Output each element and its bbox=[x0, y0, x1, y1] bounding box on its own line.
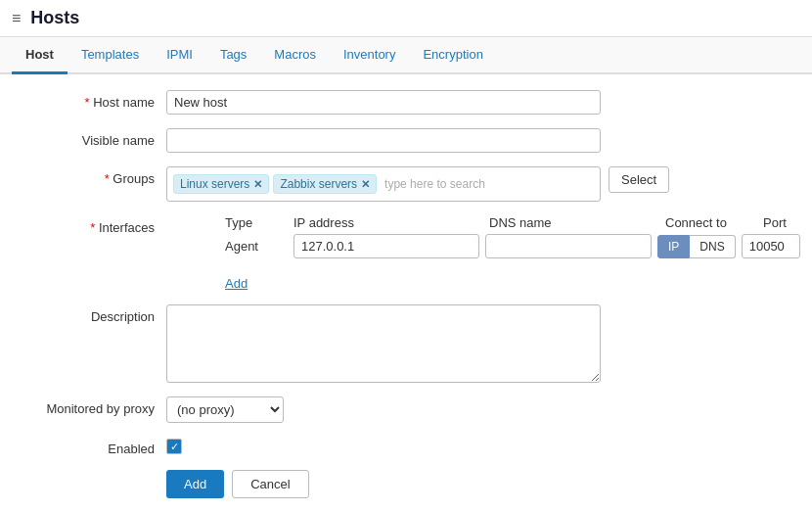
action-buttons: Add Cancel bbox=[20, 470, 792, 498]
enabled-label: Enabled bbox=[20, 437, 166, 456]
tab-host[interactable]: Host bbox=[12, 37, 68, 74]
interfaces-header: Type IP address DNS name Connect to Port bbox=[166, 215, 812, 230]
tab-macros[interactable]: Macros bbox=[260, 37, 330, 74]
connect-btns: IP DNS bbox=[657, 235, 736, 258]
cancel-button[interactable]: Cancel bbox=[232, 470, 308, 498]
proxy-label: Monitored by proxy bbox=[20, 396, 166, 416]
enabled-row: Enabled ✓ bbox=[20, 437, 792, 456]
group-tag-linux-label: Linux servers bbox=[180, 177, 249, 191]
top-bar: ≡ Hosts bbox=[0, 0, 812, 37]
enabled-checkbox[interactable]: ✓ bbox=[166, 439, 182, 454]
interfaces-label: Interfaces bbox=[20, 215, 166, 235]
iface-port-input[interactable] bbox=[742, 234, 800, 258]
iface-dns-input[interactable] bbox=[485, 234, 652, 258]
remove-linux-icon[interactable]: ✕ bbox=[253, 178, 262, 191]
host-name-label: Host name bbox=[20, 90, 166, 110]
connect-dns-btn[interactable]: DNS bbox=[690, 235, 735, 258]
groups-search-placeholder: type here to search bbox=[381, 175, 489, 193]
group-tag-zabbix: Zabbix servers ✕ bbox=[273, 174, 377, 194]
col-ip-header: IP address bbox=[293, 215, 489, 230]
col-port-header: Port bbox=[763, 215, 812, 230]
groups-wrapper: Linux servers ✕ Zabbix servers ✕ type he… bbox=[166, 166, 669, 202]
tab-tags[interactable]: Tags bbox=[206, 37, 260, 74]
connect-ip-btn[interactable]: IP bbox=[657, 235, 690, 258]
tab-templates[interactable]: Templates bbox=[68, 37, 153, 74]
form-content: Host name Visible name Groups Linux serv… bbox=[0, 74, 812, 512]
visible-name-label: Visible name bbox=[20, 128, 166, 148]
tab-encryption[interactable]: Encryption bbox=[409, 37, 496, 74]
group-tag-zabbix-label: Zabbix servers bbox=[280, 177, 357, 191]
visible-name-input[interactable] bbox=[166, 128, 601, 153]
tab-ipmi[interactable]: IPMI bbox=[153, 37, 206, 74]
col-type-header: Type bbox=[225, 215, 293, 230]
host-name-row: Host name bbox=[20, 90, 792, 115]
description-row: Description bbox=[20, 304, 792, 383]
tabs-bar: Host Templates IPMI Tags Macros Inventor… bbox=[0, 37, 812, 74]
host-name-input[interactable] bbox=[166, 90, 601, 115]
interfaces-row: Interfaces Type IP address DNS name Conn… bbox=[20, 215, 792, 262]
groups-label: Groups bbox=[20, 166, 166, 186]
page-title: Hosts bbox=[30, 8, 79, 28]
add-button[interactable]: Add bbox=[166, 470, 224, 498]
add-interface-row: Add bbox=[20, 276, 792, 291]
hamburger-icon[interactable]: ≡ bbox=[12, 10, 21, 27]
group-tag-linux: Linux servers ✕ bbox=[173, 174, 269, 194]
groups-row: Groups Linux servers ✕ Zabbix servers ✕ … bbox=[20, 166, 792, 202]
proxy-row: Monitored by proxy (no proxy) bbox=[20, 396, 792, 423]
remove-zabbix-icon[interactable]: ✕ bbox=[361, 178, 370, 191]
select-button[interactable]: Select bbox=[609, 166, 669, 193]
iface-ip-input[interactable] bbox=[293, 234, 479, 258]
iface-type-label: Agent bbox=[225, 239, 293, 254]
interface-agent-row: Agent IP DNS bbox=[166, 234, 812, 258]
add-interface-link[interactable]: Add bbox=[225, 276, 248, 291]
col-connect-header: Connect to bbox=[665, 215, 763, 230]
proxy-select[interactable]: (no proxy) bbox=[166, 396, 284, 423]
description-textarea[interactable] bbox=[166, 304, 601, 383]
interfaces-section: Type IP address DNS name Connect to Port… bbox=[166, 215, 812, 262]
description-label: Description bbox=[20, 304, 166, 324]
col-dns-header: DNS name bbox=[489, 215, 665, 230]
tab-inventory[interactable]: Inventory bbox=[330, 37, 409, 74]
check-icon: ✓ bbox=[170, 441, 179, 453]
visible-name-row: Visible name bbox=[20, 128, 792, 153]
groups-box[interactable]: Linux servers ✕ Zabbix servers ✕ type he… bbox=[166, 166, 601, 202]
